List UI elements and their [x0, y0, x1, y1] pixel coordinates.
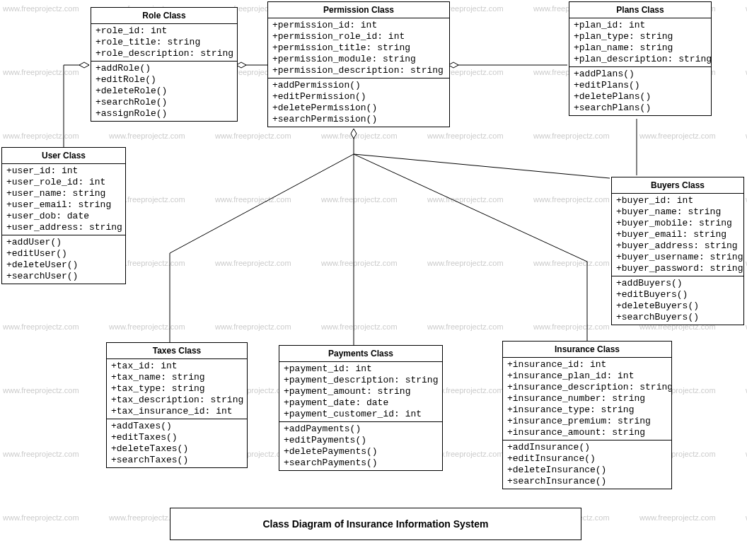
class-member: +deleteUser() — [2, 259, 125, 271]
class-member: +role_description: string — [91, 48, 237, 59]
class-member: +insurance_id: int — [503, 359, 671, 371]
watermark: www.freeprojectz.com — [533, 322, 610, 331]
class-member: +buyer_mobile: string — [612, 218, 743, 229]
class-member: +insurance_number: string — [503, 393, 671, 404]
watermark: www.freeprojectz.com — [3, 68, 79, 76]
class-member: +searchPlans() — [569, 103, 711, 114]
class-member: +buyer_name: string — [612, 206, 743, 218]
class-role: Role Class +role_id: int+role_title: str… — [91, 7, 238, 122]
watermark: www.freeprojectz.com — [427, 195, 504, 204]
watermark: www.freeprojectz.com — [427, 132, 504, 140]
class-title: Payments Class — [279, 346, 442, 362]
watermark: www.freeprojectz.com — [3, 513, 79, 522]
class-title: Plans Class — [569, 2, 711, 18]
class-buyers: Buyers Class +buyer_id: int+buyer_name: … — [611, 177, 744, 325]
class-member: +deletePermission() — [268, 103, 449, 114]
class-member: +deletePlans() — [569, 91, 711, 103]
watermark: www.freeprojectz.com — [639, 132, 716, 140]
class-member: +insurance_type: string — [503, 404, 671, 416]
class-member: +editTaxes() — [107, 432, 247, 443]
class-member: +searchBuyers() — [612, 312, 743, 323]
class-plans: Plans Class +plan_id: int+plan_type: str… — [569, 1, 712, 116]
class-member: +role_title: string — [91, 37, 237, 48]
diagram-title: Class Diagram of Insurance Information S… — [170, 508, 581, 540]
class-member: +tax_id: int — [107, 361, 247, 372]
class-member: +editRole() — [91, 74, 237, 86]
class-member: +insurance_description: string — [503, 382, 671, 393]
class-member: +insurance_plan_id: int — [503, 371, 671, 382]
class-member: +searchUser() — [2, 271, 125, 282]
watermark: www.freeprojectz.com — [215, 132, 291, 140]
class-member: +payment_customer_id: int — [279, 409, 442, 420]
class-member: +searchPermission() — [268, 114, 449, 125]
class-member: +buyer_email: string — [612, 229, 743, 240]
watermark: www.freeprojectz.com — [533, 132, 610, 140]
class-member: +insurance_amount: string — [503, 427, 671, 438]
watermark: www.freeprojectz.com — [321, 195, 398, 204]
class-member: +editBuyers() — [612, 289, 743, 301]
class-member: +user_role_id: int — [2, 177, 125, 188]
watermark: www.freeprojectz.com — [427, 259, 504, 267]
class-title: Permission Class — [268, 2, 449, 18]
class-member: +user_id: int — [2, 165, 125, 177]
class-member: +addPermission() — [268, 80, 449, 91]
class-member: +buyer_id: int — [612, 195, 743, 206]
class-member: +buyer_password: string — [612, 263, 743, 274]
class-member: +addTaxes() — [107, 421, 247, 432]
class-member: +tax_description: string — [107, 395, 247, 406]
class-member: +searchRole() — [91, 97, 237, 108]
class-member: +user_email: string — [2, 199, 125, 211]
class-member: +deleteRole() — [91, 86, 237, 97]
class-title: Buyers Class — [612, 177, 743, 194]
class-member: +role_id: int — [91, 25, 237, 37]
watermark: www.freeprojectz.com — [533, 259, 610, 267]
class-title: Role Class — [91, 8, 237, 24]
class-member: +plan_type: string — [569, 31, 711, 42]
class-member: +tax_name: string — [107, 372, 247, 383]
watermark: www.freeprojectz.com — [427, 322, 504, 331]
class-member: +addUser() — [2, 237, 125, 248]
class-member: +addInsurance() — [503, 442, 671, 453]
class-member: +permission_role_id: int — [268, 31, 449, 42]
class-member: +user_name: string — [2, 188, 125, 199]
class-member: +permission_id: int — [268, 20, 449, 31]
class-member: +editPlans() — [569, 80, 711, 91]
class-member: +insurance_premium: string — [503, 416, 671, 427]
class-member: +addRole() — [91, 63, 237, 74]
class-payments: Payments Class +payment_id: int+payment_… — [279, 345, 443, 471]
class-member: +searchPayments() — [279, 457, 442, 469]
watermark: www.freeprojectz.com — [3, 322, 79, 331]
class-member: +addBuyers() — [612, 278, 743, 289]
class-member: +plan_name: string — [569, 42, 711, 54]
class-title: Taxes Class — [107, 343, 247, 359]
watermark: www.freeprojectz.com — [109, 132, 185, 140]
class-member: +payment_id: int — [279, 363, 442, 375]
class-member: +user_address: string — [2, 222, 125, 233]
class-member: +payment_date: date — [279, 397, 442, 409]
class-member: +user_dob: date — [2, 211, 125, 222]
watermark: www.freeprojectz.com — [321, 259, 398, 267]
class-insurance: Insurance Class +insurance_id: int+insur… — [502, 341, 672, 489]
class-member: +deleteTaxes() — [107, 443, 247, 455]
class-member: +editUser() — [2, 248, 125, 259]
class-member: +editPermission() — [268, 91, 449, 103]
class-member: +permission_title: string — [268, 42, 449, 54]
watermark: www.freeprojectz.com — [3, 386, 79, 395]
class-member: +searchInsurance() — [503, 476, 671, 487]
watermark: www.freeprojectz.com — [3, 4, 79, 13]
class-member: +assignRole() — [91, 108, 237, 119]
class-member: +editPayments() — [279, 435, 442, 446]
class-member: +deleteBuyers() — [612, 301, 743, 312]
class-member: +addPlans() — [569, 69, 711, 80]
watermark: www.freeprojectz.com — [639, 513, 716, 522]
class-member: +searchTaxes() — [107, 455, 247, 466]
watermark: www.freeprojectz.com — [3, 450, 79, 458]
class-member: +payment_amount: string — [279, 386, 442, 397]
class-taxes: Taxes Class +tax_id: int+tax_name: strin… — [106, 342, 248, 468]
watermark: www.freeprojectz.com — [109, 322, 185, 331]
watermark: www.freeprojectz.com — [533, 195, 610, 204]
class-member: +tax_insurance_id: int — [107, 406, 247, 417]
watermark: www.freeprojectz.com — [3, 132, 79, 140]
watermark: www.freeprojectz.com — [215, 322, 291, 331]
class-member: +buyer_address: string — [612, 240, 743, 252]
